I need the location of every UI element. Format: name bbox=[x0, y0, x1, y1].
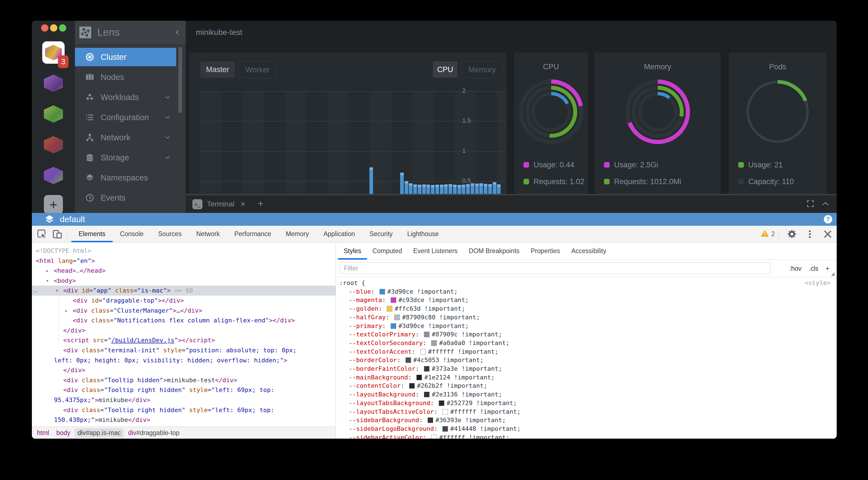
dom-tree-row[interactable]: <div class="Tooltip hidden">minikube-tes… bbox=[32, 375, 336, 385]
styles-subtab-dom-breakpoints[interactable]: DOM Breakpoints bbox=[463, 242, 525, 260]
css-variable-row[interactable]: --textColorAccent: #ffffff !important; bbox=[339, 348, 837, 356]
sidebar-item-nodes[interactable]: Nodes bbox=[75, 68, 176, 86]
terminal-close-button[interactable]: × bbox=[241, 195, 246, 212]
help-button[interactable]: ? bbox=[824, 215, 832, 224]
terminal-add-button[interactable]: + bbox=[258, 195, 264, 212]
color-swatch[interactable] bbox=[428, 417, 433, 423]
traffic-light-close-button[interactable] bbox=[41, 24, 49, 32]
devtools-tab-performance[interactable]: Performance bbox=[227, 226, 279, 242]
dom-tree-row[interactable]: 150.438px;">minikube</div> bbox=[32, 415, 336, 425]
sidebar-item-storage[interactable]: Storage bbox=[75, 148, 176, 167]
css-variable-row[interactable]: --borderColor: #4c5053 !important; bbox=[339, 356, 837, 365]
cluster-tile-3[interactable] bbox=[42, 103, 65, 125]
chevron-down-icon[interactable] bbox=[164, 94, 171, 101]
device-toolbar-icon[interactable] bbox=[52, 229, 63, 240]
namespace-label[interactable]: default bbox=[60, 213, 85, 226]
dom-tree-row[interactable]: </div> bbox=[32, 325, 336, 336]
devtools-tab-lighthouse[interactable]: Lighthouse bbox=[400, 226, 446, 242]
css-variable-row[interactable]: --layoutTabsActiveColor: #ffffff !import… bbox=[339, 408, 837, 416]
chevron-down-icon[interactable] bbox=[164, 154, 171, 161]
color-swatch[interactable] bbox=[379, 289, 385, 295]
color-swatch[interactable] bbox=[405, 357, 411, 363]
css-variable-row[interactable]: --golden: #ffc63d !important; bbox=[339, 305, 837, 313]
add-cluster-button[interactable]: + bbox=[44, 195, 63, 214]
devtools-tab-application[interactable]: Application bbox=[316, 226, 363, 242]
dom-tree-row[interactable]: …▾<div id="app" class="is-mac"> == $0 bbox=[32, 285, 336, 296]
dom-tree-row[interactable]: <script src="/build/LensDev.js"></script… bbox=[32, 335, 336, 345]
css-variable-row[interactable]: --sidebarLogoBackground: #414448 !import… bbox=[339, 425, 837, 433]
expand-arrow-icon[interactable]: ▸ bbox=[65, 306, 68, 316]
breadcrumb-item[interactable]: div#app.is-mac bbox=[75, 428, 124, 438]
color-swatch[interactable] bbox=[409, 383, 415, 389]
css-variable-row[interactable]: --textColorPrimary: #87909c !important; bbox=[339, 330, 837, 339]
sidebar-item-workloads[interactable]: Workloads bbox=[75, 88, 176, 106]
color-swatch[interactable] bbox=[424, 332, 430, 337]
resize-grip[interactable] bbox=[831, 272, 834, 276]
css-variable-row[interactable]: --sidebarActiveColor: #ffffff !important… bbox=[339, 433, 837, 439]
devtools-tab-network[interactable]: Network bbox=[189, 226, 227, 242]
breadcrumb-item[interactable]: div#draggable-top bbox=[125, 428, 182, 438]
sidebar-item-configuration[interactable]: Configuration bbox=[75, 108, 176, 127]
color-swatch[interactable] bbox=[391, 297, 396, 303]
dom-tree-row[interactable]: 95.4375px;">minikube</div> bbox=[32, 395, 336, 405]
cluster-tile-4[interactable] bbox=[42, 134, 65, 156]
settings-gear-icon[interactable] bbox=[787, 229, 797, 239]
dom-tree-row[interactable]: <div id="draggable-top"></div> bbox=[32, 296, 336, 306]
devtools-tab-sources[interactable]: Sources bbox=[151, 226, 189, 242]
chevron-down-icon[interactable] bbox=[164, 114, 171, 121]
styles-filter-input[interactable] bbox=[340, 262, 770, 274]
color-swatch[interactable] bbox=[394, 315, 400, 320]
inspect-element-icon[interactable] bbox=[36, 229, 48, 240]
color-swatch[interactable] bbox=[424, 366, 430, 372]
css-variable-row[interactable]: --contentColor: #262b2f !important; bbox=[339, 382, 837, 390]
chevron-down-icon[interactable] bbox=[164, 134, 171, 141]
css-variable-row[interactable]: --borderFaintColor: #373a3e !important; bbox=[339, 365, 837, 373]
more-options-icon[interactable] bbox=[805, 229, 815, 239]
traffic-light-zoom-button[interactable] bbox=[59, 24, 66, 32]
new-style-rule-button[interactable]: + bbox=[826, 265, 829, 272]
color-swatch[interactable] bbox=[424, 392, 430, 397]
styles-subtab-accessibility[interactable]: Accessibility bbox=[566, 242, 612, 260]
css-variable-row[interactable]: --textColorSecondary: #a0a0a0 !important… bbox=[339, 339, 837, 348]
dom-tree-row[interactable]: <html lang="en"> bbox=[32, 256, 336, 266]
css-variable-row[interactable]: --primary: #3d90ce !important; bbox=[339, 322, 837, 331]
dom-tree-row[interactable]: <div class="terminal-init" style="positi… bbox=[32, 345, 336, 355]
devtools-tab-elements[interactable]: Elements bbox=[71, 226, 113, 242]
dom-tree-row[interactable]: <div class="Notifications flex column al… bbox=[32, 315, 336, 325]
css-variable-row[interactable]: --magenta: #c93dce !important; bbox=[339, 296, 837, 305]
css-variable-row[interactable]: --halfGray: #87909c80 !important; bbox=[339, 313, 837, 322]
breadcrumb-item[interactable]: html bbox=[34, 428, 52, 438]
sidebar-item-network[interactable]: Network bbox=[75, 128, 176, 147]
class-toggle[interactable]: .cls bbox=[809, 265, 818, 272]
color-swatch[interactable] bbox=[420, 349, 426, 354]
cluster-tile-1[interactable]: 3 bbox=[42, 41, 65, 64]
styles-subtab-properties[interactable]: Properties bbox=[525, 242, 566, 260]
css-variable-row[interactable]: --layoutBackground: #2e3136 !important; bbox=[339, 390, 837, 399]
color-swatch[interactable] bbox=[387, 306, 392, 311]
expand-arrow-icon[interactable]: ▾ bbox=[46, 276, 49, 286]
color-swatch[interactable] bbox=[431, 340, 437, 346]
dom-tree-row[interactable]: left: 0px; height: 0px; visibility: hidd… bbox=[32, 355, 336, 366]
sidebar-item-namespaces[interactable]: Namespaces bbox=[75, 169, 176, 187]
row-gutter-menu[interactable]: … bbox=[34, 285, 37, 296]
dom-tree-row[interactable]: ▸<head>…</head> bbox=[32, 266, 336, 276]
rule-selector[interactable]: :root { <style> bbox=[339, 279, 837, 287]
style-source-link[interactable]: <style> bbox=[805, 279, 831, 287]
color-swatch[interactable] bbox=[439, 400, 444, 406]
devtools-close-icon[interactable] bbox=[823, 229, 833, 239]
dock-collapse-icon[interactable] bbox=[821, 199, 830, 208]
styles-subtab-computed[interactable]: Computed bbox=[367, 242, 408, 260]
color-swatch[interactable] bbox=[391, 323, 396, 329]
color-swatch[interactable] bbox=[442, 426, 448, 432]
warning-counter[interactable]: 2 bbox=[761, 229, 775, 239]
styles-subtab-styles[interactable]: Styles bbox=[338, 242, 367, 260]
styles-subtab-event-listeners[interactable]: Event Listeners bbox=[408, 242, 463, 260]
dock-fullscreen-icon[interactable] bbox=[806, 199, 815, 208]
devtools-tab-memory[interactable]: Memory bbox=[279, 226, 316, 242]
sidebar-collapse-button[interactable]: ‹ bbox=[176, 21, 179, 43]
color-swatch[interactable] bbox=[416, 375, 422, 380]
css-variable-row[interactable]: --mainBackground: #1e2124 !important; bbox=[339, 373, 837, 382]
css-variable-row[interactable]: --layoutTabsBackground: #252729 !importa… bbox=[339, 399, 837, 408]
color-swatch[interactable] bbox=[431, 435, 437, 439]
color-swatch[interactable] bbox=[442, 409, 448, 415]
